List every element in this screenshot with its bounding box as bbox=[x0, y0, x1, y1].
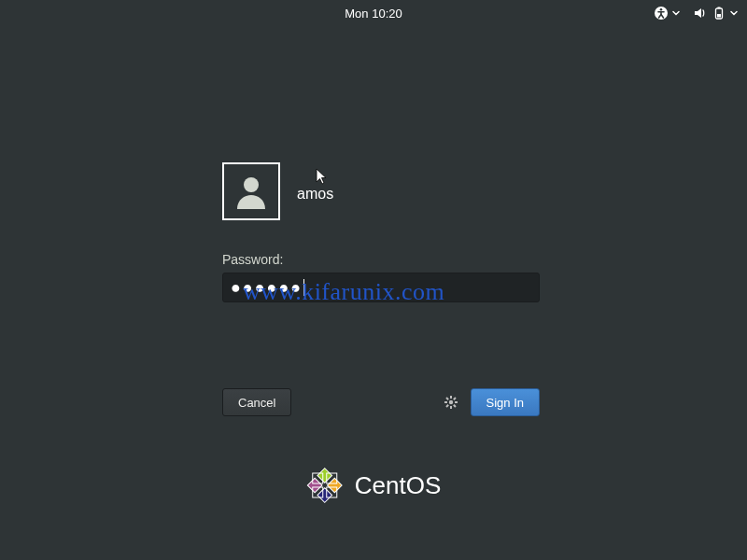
cancel-button[interactable]: Cancel bbox=[222, 388, 291, 416]
user-avatar[interactable] bbox=[222, 162, 280, 220]
svg-rect-20 bbox=[328, 478, 343, 493]
svg-rect-19 bbox=[317, 469, 332, 483]
text-caret bbox=[303, 279, 304, 296]
svg-point-9 bbox=[244, 177, 259, 192]
centos-brand-text: CentOS bbox=[355, 471, 442, 500]
svg-rect-11 bbox=[450, 396, 452, 399]
svg-rect-7 bbox=[718, 7, 721, 9]
svg-point-1 bbox=[660, 8, 663, 11]
svg-rect-8 bbox=[717, 14, 721, 18]
password-masked-value: ●●●●●● bbox=[231, 279, 303, 296]
volume-icon bbox=[693, 6, 708, 21]
svg-point-10 bbox=[448, 400, 452, 404]
button-row: Cancel bbox=[222, 388, 540, 416]
accessibility-menu[interactable] bbox=[654, 6, 680, 21]
svg-rect-12 bbox=[450, 406, 452, 409]
user-avatar-icon bbox=[232, 172, 271, 211]
chevron-down-icon bbox=[672, 9, 680, 17]
sign-in-button[interactable]: Sign In bbox=[471, 388, 540, 416]
battery-icon bbox=[712, 6, 726, 21]
svg-rect-15 bbox=[453, 397, 457, 400]
chevron-down-icon bbox=[730, 9, 738, 17]
system-menu[interactable] bbox=[693, 6, 738, 21]
top-bar: Mon 10:20 bbox=[0, 0, 747, 26]
svg-rect-18 bbox=[453, 404, 457, 408]
password-input[interactable]: ●●●●●● bbox=[222, 273, 540, 302]
clock[interactable]: Mon 10:20 bbox=[345, 7, 402, 21]
svg-rect-13 bbox=[444, 401, 447, 403]
login-panel: amos Password: ●●●●●● Cancel bbox=[222, 162, 540, 416]
cursor-icon bbox=[316, 168, 331, 190]
svg-rect-16 bbox=[445, 404, 449, 408]
session-options-button[interactable] bbox=[441, 392, 461, 413]
svg-rect-22 bbox=[317, 488, 332, 503]
user-row: amos bbox=[222, 162, 540, 220]
svg-rect-14 bbox=[455, 401, 458, 403]
centos-brand: CentOS bbox=[306, 467, 442, 504]
centos-logo-icon bbox=[306, 467, 344, 504]
svg-rect-21 bbox=[307, 478, 322, 493]
svg-rect-17 bbox=[445, 397, 449, 400]
accessibility-icon bbox=[654, 6, 669, 21]
right-actions: Sign In bbox=[441, 388, 540, 416]
gear-icon bbox=[444, 395, 458, 410]
password-label: Password: bbox=[222, 252, 540, 267]
status-area[interactable] bbox=[654, 0, 738, 26]
